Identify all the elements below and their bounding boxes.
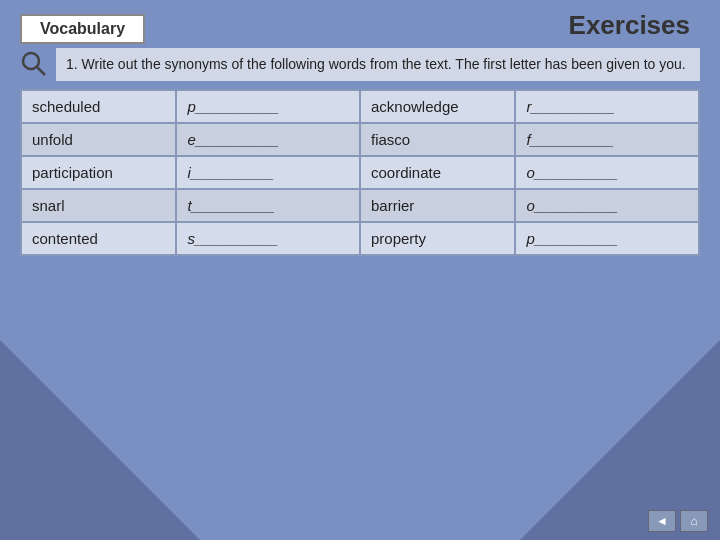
answer-cell: p__________: [515, 222, 699, 255]
top-row: Vocabulary Exercises: [20, 10, 700, 44]
vocabulary-label: Vocabulary: [40, 20, 125, 37]
word-cell: snarl: [21, 189, 176, 222]
answer-cell: f__________: [515, 123, 699, 156]
exercise-table: scheduled p__________ acknowledge r_____…: [20, 89, 700, 256]
svg-point-0: [23, 53, 39, 69]
blank-cell: p__________: [176, 90, 360, 123]
vocabulary-tab: Vocabulary: [20, 14, 145, 44]
search-icon: [20, 50, 48, 78]
synonym-cell: fiasco: [360, 123, 515, 156]
blank-cell: s__________: [176, 222, 360, 255]
answer-cell: o__________: [515, 189, 699, 222]
instruction-text: 1. Write out the synonyms of the followi…: [56, 48, 700, 81]
table-row: unfold e__________ fiasco f__________: [21, 123, 699, 156]
blank-cell: e__________: [176, 123, 360, 156]
synonym-cell: coordinate: [360, 156, 515, 189]
synonym-cell: property: [360, 222, 515, 255]
svg-line-1: [37, 67, 45, 75]
home-button[interactable]: ⌂: [680, 510, 708, 532]
synonym-cell: barrier: [360, 189, 515, 222]
instruction-area: 1. Write out the synonyms of the followi…: [20, 48, 700, 81]
blank-cell: t__________: [176, 189, 360, 222]
answer-cell: r__________: [515, 90, 699, 123]
table-row: snarl t__________ barrier o__________: [21, 189, 699, 222]
back-button[interactable]: ◄: [648, 510, 676, 532]
word-cell: participation: [21, 156, 176, 189]
synonym-cell: acknowledge: [360, 90, 515, 123]
table-row: scheduled p__________ acknowledge r_____…: [21, 90, 699, 123]
blank-cell: i__________: [176, 156, 360, 189]
table-row: contented s__________ property p________…: [21, 222, 699, 255]
word-cell: unfold: [21, 123, 176, 156]
bottom-nav: ◄ ⌂: [648, 510, 708, 532]
answer-cell: o__________: [515, 156, 699, 189]
word-cell: contented: [21, 222, 176, 255]
word-cell: scheduled: [21, 90, 176, 123]
exercises-title: Exercises: [165, 10, 700, 41]
table-row: participation i__________ coordinate o__…: [21, 156, 699, 189]
bg-shape-left: [0, 340, 200, 540]
main-content: Vocabulary Exercises 1. Write out the sy…: [0, 0, 720, 276]
